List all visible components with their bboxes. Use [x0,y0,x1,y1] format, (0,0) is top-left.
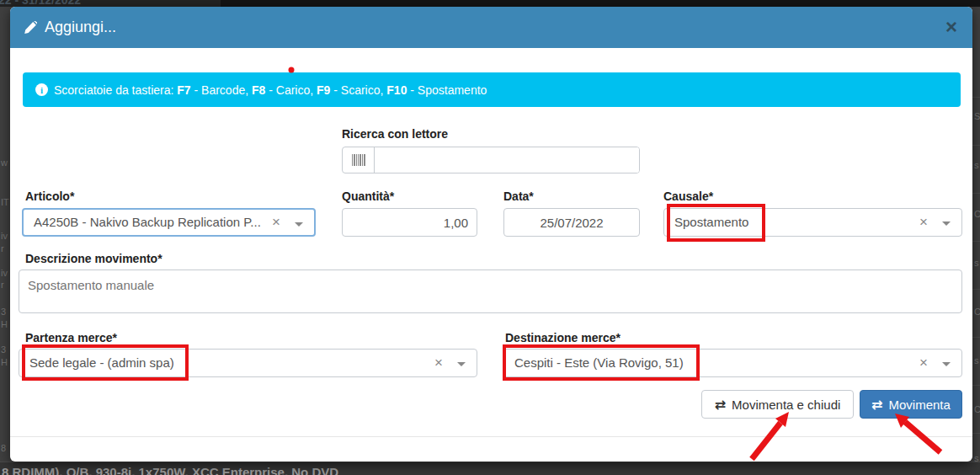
footer-divider [10,436,972,437]
partenza-select[interactable]: Sede legale - (admin spa) × [19,349,477,377]
descrizione-textarea[interactable]: Spostamento manuale [19,270,962,313]
background-text-fragment: IT [1,197,9,207]
background-table-row-text: 8 RDIMM), O/B, 930-8i, 1x750W, XCC Enter… [2,465,338,475]
barcode-search-group [342,147,640,173]
background-daterange-text: 22 - 31/12/2022 [0,0,81,7]
partenza-value: Sede legale - (admin spa) [29,355,174,370]
barcode-search-input[interactable] [375,147,639,173]
quantita-input[interactable] [342,208,477,237]
clear-icon[interactable]: × [434,350,443,376]
quantita-label: Quantità* [342,189,394,203]
background-text-fragment: C [974,209,980,219]
exchange-icon: ⇄ [715,397,726,413]
partenza-label: Partenza merce* [25,331,117,344]
background-text-fragment: 3 [1,307,6,317]
backdrop-right: SsCsCsCs [972,7,980,475]
barcode-search-label: Ricerca con lettore [342,127,448,141]
articolo-select[interactable]: A4250B - Nakivo Backup Replication P... … [22,208,316,237]
chevron-down-icon[interactable] [942,221,951,226]
background-text-fragment: 3 [1,344,6,355]
movimenta-button[interactable]: ⇄ Movimenta [860,390,962,419]
destinazione-select[interactable]: Cespiti - Este (Via Rovigo, 51) × [503,349,962,377]
causale-select[interactable]: Spostamento × [663,208,962,237]
modal-title-text: Aggiungi... [45,19,116,36]
backdrop-top: 22 - 31/12/2022 [0,0,980,7]
screen: 22 - 31/12/2022 wITivrivr3H3H8 SsCsCsCs … [0,0,980,475]
modal-header: Aggiungi... × [10,7,972,48]
background-text-fragment: s [974,355,979,366]
background-text-fragment: H [1,357,8,367]
background-text-fragment: s [974,258,979,268]
background-text-fragment: H [1,319,8,329]
destinazione-value: Cespiti - Este (Via Rovigo, 51) [514,355,684,370]
barcode-icon [343,147,375,173]
background-text-fragment: C [974,404,980,414]
clear-icon[interactable]: × [919,209,928,236]
close-icon[interactable]: × [944,15,959,39]
articolo-value: A4250B - Nakivo Backup Replication P... [34,215,261,229]
causale-value: Spostamento [674,215,748,229]
background-text-fragment: s [974,160,979,170]
movimenta-e-chiudi-button[interactable]: ⇄ Movimenta e chiudi [701,390,854,419]
add-movement-modal: Aggiungi... × i Scorciatoie da tastiera:… [10,7,972,462]
background-text-fragment: C [974,307,980,317]
chevron-down-icon[interactable] [942,362,951,366]
background-text-fragment: r [1,243,4,254]
descrizione-label: Descrizione movimento* [25,252,162,265]
chevron-down-icon[interactable] [457,362,466,366]
pencil-icon [24,21,37,35]
info-icon: i [35,83,48,96]
background-text-fragment: w [1,157,8,168]
modal-title: Aggiungi... [24,7,116,48]
destinazione-label: Destinazione merce* [505,331,620,344]
background-text-fragment: r [1,280,4,290]
clear-icon[interactable]: × [919,350,928,376]
background-text-fragment: S [974,111,980,121]
chevron-down-icon[interactable] [295,222,303,227]
shortcuts-text: Scorciatoie da tastiera: F7 - Barcode, F… [54,83,487,97]
articolo-label: Articolo* [25,189,74,203]
data-label: Data* [503,189,534,203]
background-text-fragment: 8 [1,443,6,453]
clear-icon[interactable]: × [272,210,280,235]
backdrop-bottom: 8 RDIMM), O/B, 930-8i, 1x750W, XCC Enter… [0,462,980,475]
keyboard-shortcuts-bar: i Scorciatoie da tastiera: F7 - Barcode,… [23,72,961,107]
background-text-fragment: iv [1,231,8,241]
backdrop-left: wITivrivr3H3H8 [0,7,10,475]
data-input[interactable] [503,208,640,237]
causale-label: Causale* [663,189,713,203]
exchange-icon: ⇄ [871,397,882,413]
background-text-fragment: iv [1,268,8,278]
